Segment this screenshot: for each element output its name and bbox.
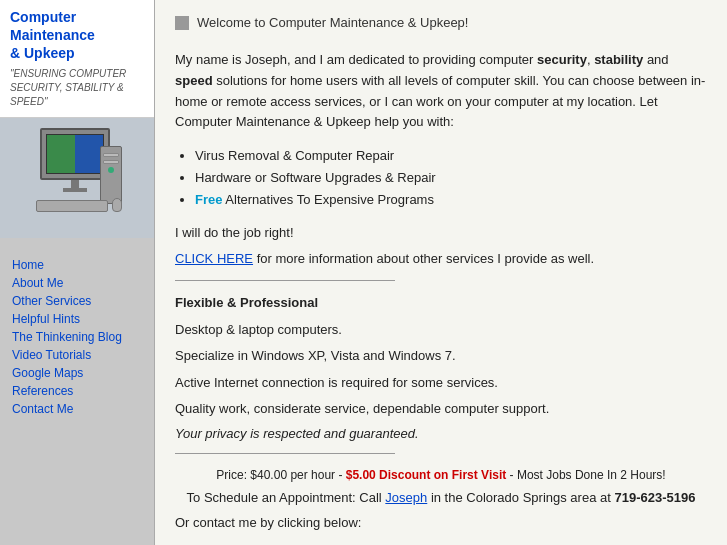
phone-number: 719-623-5196 [614,490,695,505]
price-part2: - Most Jobs Done In 2 Hours! [506,468,665,482]
nav-google-maps[interactable]: Google Maps [0,364,154,382]
nav-helpful-hints[interactable]: Helpful Hints [0,310,154,328]
free-label: Free [195,192,222,207]
info-quality: Quality work, considerate service, depen… [175,399,707,419]
stability-bold: stability [594,52,643,67]
privacy-line: Your privacy is respected and guaranteed… [175,426,707,441]
click-here-link[interactable]: CLICK HERE [175,251,253,266]
nav-contact-me[interactable]: Contact Me [0,400,154,418]
click-here-line: CLICK HERE for more information about ot… [175,251,707,266]
service-item: Free Alternatives To Expensive Programs [195,189,707,211]
schedule-part1: To Schedule an Appointment: Call [187,490,386,505]
main-content: Welcome to Computer Maintenance & Upkeep… [155,0,727,545]
speed-bold: speed [175,73,213,88]
nav-video-tutorials[interactable]: Video Tutorials [0,346,154,364]
contact-line: Or contact me by clicking below: [175,515,707,530]
divider-top [175,280,395,281]
nav-home[interactable]: Home [0,256,154,274]
schedule-part2: in the Colorado Springs area at [427,490,614,505]
services-list: Virus Removal & Computer Repair Hardware… [195,145,707,211]
sidebar: Computer Maintenance & Upkeep "ENSURING … [0,0,155,545]
site-title-block: Computer Maintenance & Upkeep "ENSURING … [0,0,154,118]
click-here-rest: for more information about other service… [253,251,594,266]
nav-blog[interactable]: The Thinkening Blog [0,328,154,346]
welcome-title: Welcome to Computer Maintenance & Upkeep… [197,15,468,30]
divider-bottom [175,453,395,454]
price-part1: Price: $40.00 per hour - [216,468,345,482]
price-line: Price: $40.00 per hour - $5.00 Discount … [175,468,707,482]
computer-illustration [32,128,122,228]
nav-spacer [0,238,154,250]
nav-about-me[interactable]: About Me [0,274,154,292]
site-title[interactable]: Computer Maintenance & Upkeep [10,9,95,61]
intro-paragraph: My name is Joseph, and I am dedicated to… [175,50,707,133]
service-item: Hardware or Software Upgrades & Repair [195,167,707,189]
joseph-link[interactable]: Joseph [385,490,427,505]
discount-text: $5.00 Discount on First Visit [346,468,507,482]
computer-image-block [0,118,154,238]
tagline-line: I will do the job right! [175,223,707,243]
info-desktop: Desktop & laptop computers. [175,320,707,340]
welcome-header: Welcome to Computer Maintenance & Upkeep… [175,15,707,36]
security-bold: security [537,52,587,67]
header-icon [175,16,189,30]
nav-block: Home About Me Other Services Helpful Hin… [0,250,154,540]
schedule-line: To Schedule an Appointment: Call Joseph … [175,490,707,505]
nav-references[interactable]: References [0,382,154,400]
nav-other-services[interactable]: Other Services [0,292,154,310]
site-tagline: "ENSURING COMPUTER SECURITY, STABILITY &… [10,67,144,109]
flexible-heading: Flexible & Professional [175,295,707,310]
info-internet: Active Internet connection is required f… [175,373,707,393]
service-item: Virus Removal & Computer Repair [195,145,707,167]
info-windows: Specialize in Windows XP, Vista and Wind… [175,346,707,366]
